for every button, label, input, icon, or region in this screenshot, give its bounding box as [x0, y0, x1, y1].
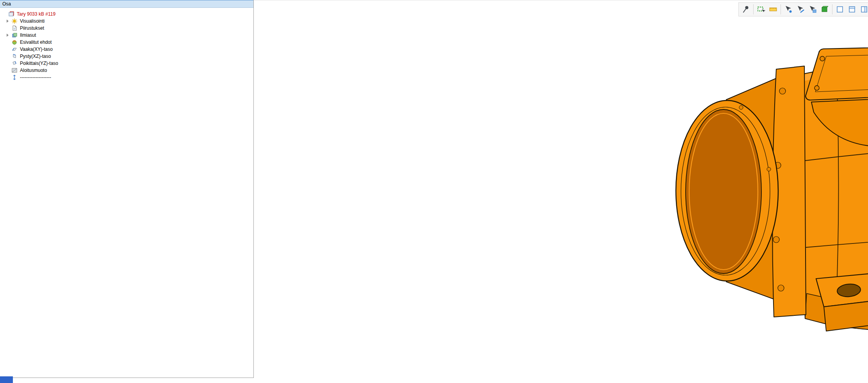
view-right-button[interactable] [858, 4, 868, 15]
tree-item-preselected-conditions[interactable]: Esivalitut ehdot [0, 39, 253, 46]
panel-title: Osa [2, 1, 11, 7]
expand-chevron[interactable] [4, 20, 11, 23]
plane-xz-icon [11, 53, 18, 59]
plane-yz-icon [11, 60, 18, 66]
flange-bolt [778, 285, 784, 291]
view-right-icon [860, 5, 868, 14]
pin-icon [741, 5, 750, 14]
end-marker-icon [11, 74, 18, 81]
select-body-icon [820, 5, 829, 14]
tree-item-appearances[interactable]: Ilmiasut [0, 32, 253, 39]
pin-button[interactable] [740, 4, 752, 15]
tree-item-label: Esivalitut ehdot [20, 39, 52, 45]
plane-xy-icon [11, 46, 18, 52]
tree-item-part-root[interactable]: Tary 9033 kB #119 [0, 11, 253, 18]
tree-item-end-marker[interactable]: -------------------- [0, 74, 253, 81]
tree-item-label: Piirustukset [20, 25, 44, 31]
tree-item-label: Poikittais(YZ)-taso [20, 61, 58, 66]
part-root-icon [8, 11, 14, 17]
preselected-conditions-icon [11, 39, 18, 45]
panel-title-bar: Osa [0, 0, 253, 8]
box-select-icon [757, 5, 765, 14]
viewport-toolbar [738, 2, 868, 16]
tree-item-visualization[interactable]: Visualisointi [0, 18, 253, 25]
view-top-button[interactable] [846, 4, 858, 15]
tree-item-plane-xz[interactable]: Pysty(XZ)-taso [0, 53, 253, 60]
select-face-button[interactable] [807, 4, 818, 15]
lid-screw [815, 86, 819, 90]
select-edge-button[interactable] [795, 4, 806, 15]
drawings-icon [11, 25, 18, 31]
tree-item-drawings[interactable]: Piirustukset [0, 25, 253, 32]
box-select-button[interactable] [755, 4, 767, 15]
measure-icon [769, 5, 777, 14]
motor-left-end-cap[interactable] [676, 100, 778, 281]
tree-item-label: Vaaka(XY)-taso [20, 47, 53, 52]
view-top-icon [848, 5, 856, 14]
select-edge-icon [796, 5, 805, 14]
lid-screw [820, 56, 825, 61]
flange-bolt [773, 236, 779, 243]
cap-screw [767, 167, 771, 171]
tree-item-label: Tary 9033 kB #119 [17, 11, 55, 17]
tree-item-plane-yz[interactable]: Poikittais(YZ)-taso [0, 60, 253, 67]
toolbar-separator [832, 4, 832, 14]
vibration-motor-model[interactable] [672, 45, 868, 362]
tree-item-label: -------------------- [20, 75, 51, 80]
select-body-button[interactable] [819, 4, 831, 15]
view-front-icon [836, 5, 844, 14]
feature-tree: Tary 9033 kB #119 Visualisointi Piirustu… [0, 8, 253, 81]
select-face-icon [808, 5, 817, 14]
tree-item-label: Visualisointi [20, 18, 45, 24]
expand-chevron[interactable] [4, 34, 11, 37]
select-vertex-icon [784, 5, 793, 14]
feature-browser-panel: Osa Tary 9033 kB #119 Visualisointi Piir… [0, 0, 254, 378]
tree-item-label: Ilmiasut [20, 32, 36, 38]
measure-button[interactable] [767, 4, 779, 15]
bottom-left-accent [0, 376, 13, 383]
view-front-button[interactable] [834, 4, 846, 15]
tree-item-label: Pysty(XZ)-taso [20, 54, 51, 59]
graphics-viewport[interactable] [254, 0, 868, 383]
terminal-box-lid [806, 46, 868, 100]
visualization-icon [11, 18, 18, 24]
appearances-icon [11, 32, 18, 38]
start-shape-icon [11, 67, 18, 73]
tree-item-plane-xy[interactable]: Vaaka(XY)-taso [0, 46, 253, 53]
tree-item-start-shape[interactable]: Aloitusmuoto [0, 67, 253, 74]
flange-bolt [779, 88, 786, 94]
toolbar-separator [753, 4, 754, 14]
toolbar-separator [781, 4, 781, 14]
cap-screw [739, 106, 743, 109]
tree-item-label: Aloitusmuoto [20, 68, 47, 73]
select-vertex-button[interactable] [782, 4, 794, 15]
